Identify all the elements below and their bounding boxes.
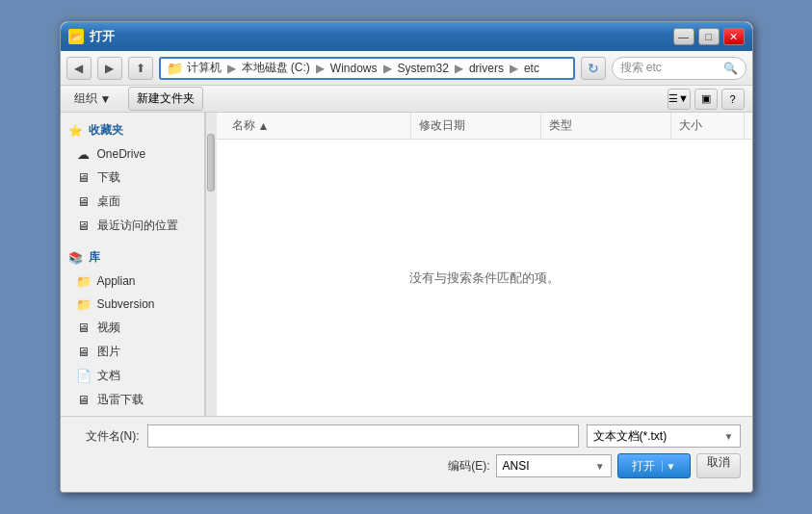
- new-folder-button[interactable]: 新建文件夹: [128, 87, 203, 111]
- title-bar-left: 📂 打开: [68, 28, 115, 45]
- onedrive-icon: ☁: [76, 146, 92, 162]
- address-bar[interactable]: 📁 计算机 ▶ 本地磁盘 (C:) ▶ Windows ▶ System32 ▶…: [159, 57, 575, 80]
- file-list: 名称 ▲ 修改日期 类型 大小 没有与搜索条件匹配的项。: [217, 113, 752, 416]
- address-part-1: 本地磁盘 (C:): [242, 60, 310, 76]
- column-date[interactable]: 修改日期: [411, 113, 541, 139]
- file-list-header: 名称 ▲ 修改日期 类型 大小: [217, 113, 752, 140]
- applian-icon: 📁: [76, 273, 92, 289]
- sep-0: ▶: [227, 62, 236, 75]
- documents-label: 文档: [97, 368, 120, 384]
- forward-button[interactable]: ▶: [97, 57, 122, 80]
- search-box[interactable]: 搜索 etc 🔍: [612, 57, 747, 80]
- filename-input[interactable]: [147, 424, 579, 448]
- cancel-button[interactable]: 取消: [696, 453, 741, 478]
- sidebar-item-onedrive[interactable]: ☁ OneDrive: [61, 142, 204, 166]
- preview-pane-button[interactable]: ▣: [694, 89, 718, 110]
- organize-arrow: ▼: [100, 92, 112, 106]
- filetype-select[interactable]: 文本文档(*.txt) ▼: [587, 424, 741, 448]
- menu-bar: 组织 ▼ 新建文件夹 ☰▼ ▣ ?: [61, 86, 752, 113]
- search-icon: 🔍: [723, 62, 738, 75]
- sidebar-item-downloads[interactable]: 🖥 下载: [61, 166, 204, 190]
- filename-label: 文件名(N):: [72, 428, 140, 445]
- pictures-label: 图片: [97, 344, 120, 360]
- organize-menu[interactable]: 组织 ▼: [68, 88, 118, 110]
- sidebar-item-documents[interactable]: 📄 文档: [61, 364, 204, 388]
- sidebar-item-pictures[interactable]: 🖥 图片: [61, 340, 204, 364]
- sep-4: ▶: [510, 62, 518, 75]
- encoding-select[interactable]: ANSI ▼: [496, 454, 612, 477]
- scrollbar-thumb[interactable]: [207, 134, 215, 192]
- open-dropdown-arrow[interactable]: ▼: [662, 461, 676, 472]
- sidebar: ⭐ 收藏夹 ☁ OneDrive 🖥 下载 🖥 桌面 🖥 最近访问的位置 📚: [61, 113, 205, 416]
- title-controls: — □ ✕: [673, 28, 745, 45]
- filetype-value: 文本文档(*.txt): [593, 428, 668, 445]
- view-toggle-button[interactable]: ☰▼: [668, 89, 691, 110]
- column-type[interactable]: 类型: [541, 113, 671, 139]
- address-part-4: drivers: [469, 62, 504, 75]
- address-part-2: Windows: [330, 62, 378, 75]
- favorites-label: 收藏夹: [89, 122, 123, 139]
- encoding-label: 编码(E):: [423, 458, 490, 475]
- library-label: 库: [89, 249, 100, 266]
- documents-icon: 📄: [76, 369, 92, 384]
- organize-label: 组织: [74, 90, 97, 107]
- favorites-icon: ⭐: [68, 124, 83, 138]
- filename-row: 文件名(N): 文本文档(*.txt) ▼: [72, 424, 741, 448]
- toolbar: ◀ ▶ ⬆ 📁 计算机 ▶ 本地磁盘 (C:) ▶ Windows ▶ Syst…: [61, 51, 752, 86]
- favorites-section[interactable]: ⭐ 收藏夹: [61, 118, 204, 142]
- sep-2: ▶: [383, 62, 392, 75]
- onedrive-label: OneDrive: [97, 147, 146, 161]
- close-button[interactable]: ✕: [723, 28, 745, 45]
- address-part-5: etc: [524, 62, 539, 75]
- view-controls: ☰▼ ▣ ?: [668, 89, 745, 110]
- maximize-button[interactable]: □: [698, 28, 720, 45]
- downloads-icon: 🖥: [76, 170, 92, 186]
- subversion-icon: 📁: [76, 296, 92, 312]
- sidebar-item-applian[interactable]: 📁 Applian: [61, 270, 204, 293]
- xunlei-label: 迅雷下载: [97, 392, 144, 408]
- open-button[interactable]: 打开 ▼: [617, 453, 691, 478]
- title-bar: 📂 打开 — □ ✕: [61, 22, 752, 51]
- sidebar-item-recent[interactable]: 🖥 最近访问的位置: [61, 214, 204, 238]
- sidebar-item-xunlei[interactable]: 🖥 迅雷下载: [61, 388, 204, 412]
- main-area: ⭐ 收藏夹 ☁ OneDrive 🖥 下载 🖥 桌面 🖥 最近访问的位置 📚: [61, 113, 752, 416]
- open-dialog: 📂 打开 — □ ✕ ◀ ▶ ⬆ 📁 计算机 ▶ 本地磁盘 (C:) ▶ Win…: [60, 21, 753, 493]
- filetype-arrow: ▼: [724, 431, 734, 442]
- encoding-row: 编码(E): ANSI ▼ 打开 ▼ 取消: [72, 453, 741, 478]
- library-section[interactable]: 📚 库: [61, 245, 204, 270]
- recent-label: 最近访问的位置: [97, 218, 178, 234]
- address-folder-icon: 📁: [167, 61, 183, 76]
- desktop-icon: 🖥: [76, 194, 92, 210]
- back-button[interactable]: ◀: [66, 57, 92, 80]
- search-placeholder: 搜索 etc: [620, 60, 662, 76]
- video-label: 视频: [97, 320, 120, 336]
- sidebar-item-desktop[interactable]: 🖥 桌面: [61, 190, 204, 214]
- dialog-title: 打开: [90, 28, 115, 45]
- sidebar-item-subversion[interactable]: 📁 Subversion: [61, 293, 204, 316]
- address-part-3: System32: [398, 62, 449, 75]
- sidebar-item-video[interactable]: 🖥 视频: [61, 316, 204, 340]
- file-list-body: 没有与搜索条件匹配的项。: [217, 140, 752, 416]
- empty-message: 没有与搜索条件匹配的项。: [409, 270, 560, 287]
- minimize-button[interactable]: —: [673, 28, 694, 45]
- pictures-icon: 🖥: [76, 345, 92, 360]
- library-icon: 📚: [68, 251, 83, 265]
- recent-icon: 🖥: [76, 218, 92, 234]
- xunlei-icon: 🖥: [76, 393, 92, 408]
- encoding-arrow: ▼: [595, 461, 605, 472]
- encoding-value: ANSI: [503, 459, 530, 473]
- desktop-label: 桌面: [97, 193, 120, 210]
- downloads-label: 下载: [97, 169, 120, 186]
- address-part-0: 计算机: [187, 60, 222, 76]
- video-icon: 🖥: [76, 321, 92, 336]
- sep-1: ▶: [316, 62, 325, 75]
- column-size[interactable]: 大小: [671, 113, 745, 139]
- dialog-icon: 📂: [68, 29, 84, 44]
- help-button[interactable]: ?: [721, 89, 745, 110]
- sidebar-scrollbar[interactable]: [205, 113, 217, 416]
- bottom-area: 文件名(N): 文本文档(*.txt) ▼ 编码(E): ANSI ▼ 打开 ▼…: [61, 416, 752, 492]
- refresh-button[interactable]: ↻: [581, 57, 606, 80]
- up-button[interactable]: ⬆: [128, 57, 153, 80]
- column-name[interactable]: 名称 ▲: [224, 113, 411, 139]
- sidebar-divider-1: [61, 238, 204, 245]
